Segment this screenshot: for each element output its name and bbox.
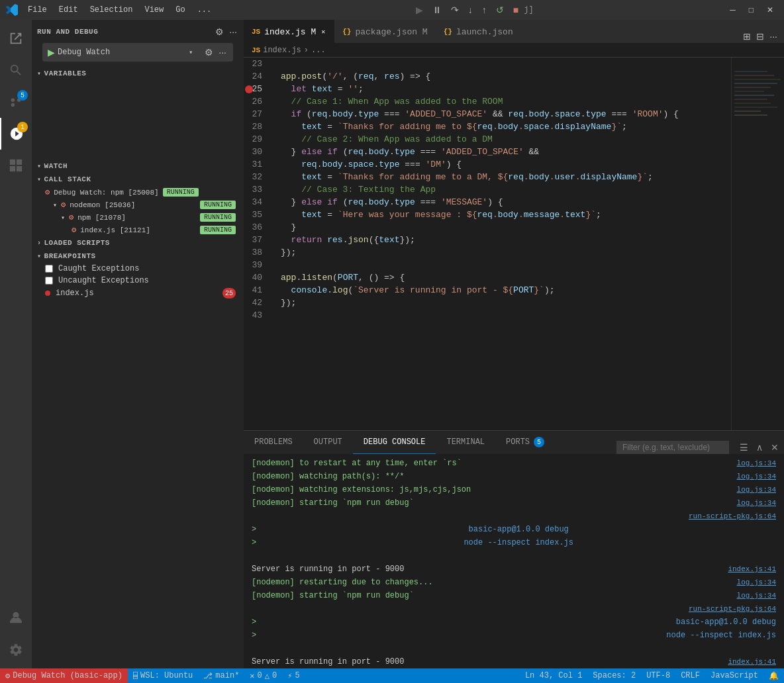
console-source-3[interactable]: log.js:34 bbox=[737, 484, 776, 496]
watch-header[interactable]: ▾ WATCH bbox=[32, 159, 244, 173]
breakpoint-indexjs[interactable]: index.js 25 bbox=[32, 287, 244, 300]
console-filter-input[interactable] bbox=[616, 441, 729, 454]
panel-tab-terminal[interactable]: TERMINAL bbox=[436, 431, 495, 454]
breakpoints-header[interactable]: ▾ BREAKPOINTS bbox=[32, 250, 244, 263]
debug-config-gear[interactable]: ⚙ bbox=[203, 46, 215, 59]
minimize-btn[interactable]: ─ bbox=[724, 3, 741, 17]
uncaught-exceptions-checkbox[interactable] bbox=[45, 277, 53, 285]
debug-play-btn[interactable]: ▶ bbox=[48, 47, 55, 58]
debug-config-row: ▶ Debug Watch ▾ ⚙ ··· bbox=[32, 43, 244, 64]
split-editor-btn[interactable]: ⊞ bbox=[742, 30, 752, 43]
loaded-scripts-header[interactable]: › LOADED SCRIPTS bbox=[32, 236, 244, 250]
editor-layout-btn[interactable]: ⊟ bbox=[755, 30, 765, 43]
menu-more[interactable]: ... bbox=[192, 4, 217, 16]
code-line-27: if (req.body.type === 'ADDED_TO_SPACE' &… bbox=[281, 108, 731, 120]
call-stack-npm[interactable]: ▾ ⚙ npm [21078] RUNNING bbox=[32, 211, 244, 224]
console-source-5[interactable]: run-script-pkg.js:64 bbox=[689, 510, 776, 522]
console-source-2[interactable]: log.js:34 bbox=[737, 471, 776, 482]
variables-header[interactable]: ▾ VARIABLES bbox=[32, 67, 244, 80]
debug-step-into-btn[interactable]: ↓ bbox=[466, 3, 475, 17]
call-stack-nodemon[interactable]: ▾ ⚙ nodemon [25036] RUNNING bbox=[32, 199, 244, 211]
svg-rect-10 bbox=[734, 91, 764, 92]
breakpoint-uncaught[interactable]: Uncaught Exceptions bbox=[32, 275, 244, 287]
debug-shield-icon: ⚡ bbox=[287, 671, 292, 681]
sidebar-settings-btn[interactable]: ⚙ bbox=[214, 25, 225, 38]
debug-step-over-btn[interactable]: ↷ bbox=[448, 3, 462, 17]
debug-config-more[interactable]: ··· bbox=[217, 46, 228, 59]
status-git-branch[interactable]: ⎇ main* bbox=[198, 668, 244, 683]
status-encoding[interactable]: UTF-8 bbox=[641, 668, 675, 683]
activity-extensions[interactable] bbox=[0, 150, 32, 181]
status-spaces[interactable]: Spaces: 2 bbox=[587, 668, 641, 683]
code-line-25: let text = ''; bbox=[281, 83, 731, 95]
close-btn[interactable]: ✕ bbox=[761, 3, 779, 17]
menu-edit[interactable]: Edit bbox=[54, 4, 83, 16]
breakpoint-dot bbox=[45, 291, 50, 296]
activity-run-debug[interactable]: 1 bbox=[0, 118, 32, 150]
menu-view[interactable]: View bbox=[139, 4, 169, 16]
debug-restart-btn[interactable]: ↺ bbox=[493, 3, 507, 17]
editor-more-btn[interactable]: ··· bbox=[768, 30, 779, 43]
caught-exceptions-checkbox[interactable] bbox=[45, 265, 53, 273]
console-source-9[interactable]: index.js:41 bbox=[728, 563, 776, 575]
status-notifications[interactable]: 🔔 bbox=[763, 668, 784, 683]
panel-wrap-btn[interactable]: ☰ bbox=[737, 441, 751, 454]
status-language[interactable]: JavaScript bbox=[705, 668, 763, 683]
ln-31: 31 bbox=[244, 158, 268, 171]
console-source-11[interactable]: log.js:34 bbox=[737, 590, 776, 602]
activity-explorer[interactable] bbox=[0, 23, 32, 54]
console-source-10[interactable]: log.js:34 bbox=[737, 576, 776, 588]
console-output: [nodemon] to restart at any time, enter … bbox=[244, 454, 784, 668]
panel-tab-ports[interactable]: PORTS 5 bbox=[495, 431, 555, 454]
tab-indexjs[interactable]: JS index.js M ✕ bbox=[244, 20, 334, 43]
console-line-12: run-script-pkg.js:64 bbox=[244, 602, 784, 615]
status-line-ending[interactable]: CRLF bbox=[675, 668, 705, 683]
tab-launchjson-name: launch.json bbox=[456, 27, 513, 37]
call-stack-header[interactable]: ▾ CALL STACK bbox=[32, 173, 244, 186]
breadcrumb-file[interactable]: index.js bbox=[263, 46, 301, 55]
console-source-12[interactable]: run-script-pkg.js:64 bbox=[689, 603, 776, 615]
status-debug-info[interactable]: ⚡ 5 bbox=[282, 668, 305, 683]
tab-launchjson[interactable]: {} launch.json bbox=[436, 20, 521, 43]
status-cursor[interactable]: Ln 43, Col 1 bbox=[520, 668, 587, 683]
breadcrumb-path[interactable]: ... bbox=[311, 46, 326, 55]
activity-source-control[interactable]: 5 bbox=[0, 86, 32, 118]
panel-close-btn[interactable]: ✕ bbox=[768, 441, 781, 454]
debug-pause-btn[interactable]: ⏸ bbox=[430, 3, 444, 17]
line-numbers: 23 24 25 26 27 28 29 30 31 32 33 34 35 bbox=[244, 58, 275, 430]
debug-stop-btn[interactable]: ■ bbox=[511, 3, 521, 17]
menu-go[interactable]: Go bbox=[170, 4, 190, 16]
breakpoint-caught[interactable]: Caught Exceptions bbox=[32, 263, 244, 275]
debug-step-out-btn[interactable]: ↑ bbox=[479, 3, 489, 17]
panel-collapse-btn[interactable]: ∧ bbox=[754, 441, 765, 454]
code-line-40: app.listen(PORT, () => { bbox=[281, 271, 731, 284]
code-content[interactable]: app.post('/', (req, res) => { let text =… bbox=[275, 58, 731, 430]
status-wsl[interactable]: ⌸ WSL: Ubuntu bbox=[128, 668, 198, 683]
panel-tab-output[interactable]: OUTPUT bbox=[303, 431, 353, 454]
caught-exceptions-label: Caught Exceptions bbox=[58, 264, 139, 273]
panel-tab-problems[interactable]: PROBLEMS bbox=[244, 431, 303, 454]
debug-continue-btn[interactable]: ▶ bbox=[413, 3, 426, 17]
console-source-1[interactable]: log.js:34 bbox=[737, 457, 776, 469]
tab-packagejson[interactable]: {} package.json M bbox=[334, 20, 435, 43]
console-source-4[interactable]: log.js:34 bbox=[737, 497, 776, 509]
debug-config[interactable]: ▶ Debug Watch ▾ ⚙ ··· bbox=[42, 43, 233, 62]
menu-file[interactable]: File bbox=[23, 4, 52, 16]
breakpoints-section: ▾ BREAKPOINTS Caught Exceptions Uncaught… bbox=[32, 250, 244, 300]
activity-settings[interactable] bbox=[0, 634, 32, 666]
status-errors[interactable]: ✕ 0 △ 0 bbox=[244, 668, 282, 683]
menu-selection[interactable]: Selection bbox=[85, 4, 138, 16]
call-stack-indexjs[interactable]: ⚙ index.js [21121] RUNNING bbox=[32, 224, 244, 236]
restore-btn[interactable]: □ bbox=[744, 3, 759, 17]
activity-search[interactable] bbox=[0, 54, 32, 86]
call-stack-main-process[interactable]: ⚙ Debug Watch: npm [25008] RUNNING bbox=[32, 186, 244, 199]
console-text-5 bbox=[252, 510, 256, 522]
sidebar-more-btn[interactable]: ··· bbox=[228, 25, 238, 38]
panel-tab-debug-console[interactable]: DEBUG CONSOLE bbox=[353, 431, 436, 454]
indexjs-badge: RUNNING bbox=[200, 226, 236, 234]
tab-indexjs-close[interactable]: ✕ bbox=[320, 26, 326, 37]
console-text-6: basic-app@1.0.0 debug bbox=[469, 524, 569, 535]
activity-account[interactable] bbox=[0, 602, 32, 634]
console-source-16[interactable]: index.js:41 bbox=[728, 656, 776, 668]
status-debug-active[interactable]: ⚙ Debug Watch (basic-app) bbox=[0, 668, 128, 683]
